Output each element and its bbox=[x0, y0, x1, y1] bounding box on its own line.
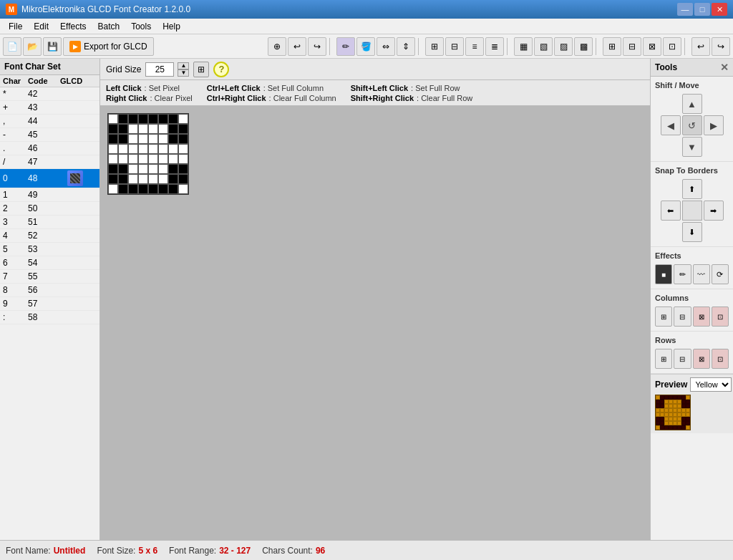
char-row[interactable]: 048 bbox=[0, 169, 99, 188]
tb-mirrorv[interactable]: ⇕ bbox=[397, 37, 415, 56]
menu-batch[interactable]: Batch bbox=[92, 20, 126, 33]
pixel-cell[interactable] bbox=[108, 134, 118, 144]
pixel-cell[interactable] bbox=[118, 144, 128, 154]
char-row[interactable]: 553 bbox=[0, 243, 99, 256]
pixel-cell[interactable] bbox=[168, 144, 178, 154]
pixel-cell[interactable] bbox=[118, 134, 128, 144]
pixel-cell[interactable] bbox=[118, 184, 128, 194]
char-row[interactable]: ,44 bbox=[0, 115, 99, 128]
char-row[interactable]: 957 bbox=[0, 297, 99, 311]
tb-redo1[interactable]: ↪ bbox=[308, 37, 326, 56]
effect-wave-btn[interactable]: 〰 bbox=[693, 264, 710, 284]
tb-rd1[interactable]: ⊠ bbox=[643, 37, 661, 56]
pixel-cell[interactable] bbox=[148, 174, 158, 184]
canvas-workspace[interactable] bbox=[100, 106, 650, 540]
pixel-cell[interactable] bbox=[128, 154, 138, 164]
pixel-cell[interactable] bbox=[138, 144, 148, 154]
pixel-cell[interactable] bbox=[168, 154, 178, 164]
col-del-left-btn[interactable]: ⊠ bbox=[693, 306, 710, 327]
pixel-cell[interactable] bbox=[168, 114, 178, 124]
shift-up-btn[interactable]: ▲ bbox=[682, 94, 702, 114]
grid-toggle-btn[interactable]: ⊞ bbox=[193, 62, 209, 77]
pixel-cell[interactable] bbox=[158, 134, 168, 144]
pixel-cell[interactable] bbox=[158, 114, 168, 124]
pixel-cell[interactable] bbox=[148, 154, 158, 164]
tb-gridl[interactable]: ⊞ bbox=[425, 37, 444, 56]
snap-left-btn[interactable]: ⬅ bbox=[661, 201, 681, 221]
effect-invert-btn[interactable]: ■ bbox=[655, 264, 672, 284]
open-btn[interactable]: 📂 bbox=[23, 37, 42, 56]
pixel-cell[interactable] bbox=[108, 164, 118, 174]
pixel-cell[interactable] bbox=[138, 114, 148, 124]
menu-file[interactable]: File bbox=[3, 20, 28, 33]
pixel-cell[interactable] bbox=[138, 184, 148, 194]
char-row[interactable]: -45 bbox=[0, 128, 99, 142]
tb-cu1[interactable]: ▦ bbox=[514, 37, 533, 56]
tb-ru1[interactable]: ⊞ bbox=[603, 37, 621, 56]
pixel-cell[interactable] bbox=[128, 184, 138, 194]
pixel-cell[interactable] bbox=[148, 184, 158, 194]
pixel-grid[interactable] bbox=[107, 113, 189, 195]
row-del-top-btn[interactable]: ⊠ bbox=[693, 349, 710, 369]
maximize-button[interactable]: □ bbox=[694, 3, 710, 16]
pixel-cell[interactable] bbox=[158, 144, 168, 154]
spin-down[interactable]: ▼ bbox=[178, 69, 189, 77]
snap-right-btn[interactable]: ➡ bbox=[704, 201, 724, 221]
menu-help[interactable]: Help bbox=[157, 20, 186, 33]
pixel-cell[interactable] bbox=[118, 114, 128, 124]
char-list[interactable]: *42+43,44-45.46/470481492503514525536547… bbox=[0, 87, 99, 540]
pixel-cell[interactable] bbox=[178, 164, 188, 174]
pixel-cell[interactable] bbox=[168, 184, 178, 194]
effect-roll-btn[interactable]: ⟳ bbox=[712, 264, 729, 284]
shift-down-btn[interactable]: ▼ bbox=[682, 137, 702, 157]
pixel-cell[interactable] bbox=[148, 124, 158, 134]
pixel-cell[interactable] bbox=[118, 154, 128, 164]
tb-cd2[interactable]: ▩ bbox=[574, 37, 593, 56]
shift-center-btn[interactable]: ↺ bbox=[682, 115, 702, 135]
pixel-cell[interactable] bbox=[158, 124, 168, 134]
char-row[interactable]: /47 bbox=[0, 155, 99, 169]
pixel-cell[interactable] bbox=[138, 164, 148, 174]
col-del-right-btn[interactable]: ⊡ bbox=[712, 306, 729, 327]
preview-color-select[interactable]: Yellow Green Blue White bbox=[690, 377, 732, 392]
pixel-cell[interactable] bbox=[168, 174, 178, 184]
pixel-cell[interactable] bbox=[108, 124, 118, 134]
pixel-cell[interactable] bbox=[168, 124, 178, 134]
effect-edit-btn[interactable]: ✏ bbox=[674, 264, 691, 284]
pixel-cell[interactable] bbox=[148, 134, 158, 144]
tb-fill[interactable]: 🪣 bbox=[356, 37, 375, 56]
pixel-cell[interactable] bbox=[108, 154, 118, 164]
shift-right-btn[interactable]: ▶ bbox=[704, 115, 724, 135]
pixel-cell[interactable] bbox=[138, 154, 148, 164]
pixel-cell[interactable] bbox=[148, 164, 158, 174]
char-row[interactable]: .46 bbox=[0, 142, 99, 155]
tb-mirrorh[interactable]: ⇔ bbox=[377, 37, 395, 56]
tb-redo2[interactable]: ↪ bbox=[712, 37, 730, 56]
pixel-cell[interactable] bbox=[108, 184, 118, 194]
pixel-cell[interactable] bbox=[178, 114, 188, 124]
snap-bottom-btn[interactable]: ⬇ bbox=[682, 222, 702, 242]
snap-top-btn[interactable]: ⬆ bbox=[682, 179, 702, 199]
tb-rd2[interactable]: ⊡ bbox=[663, 37, 681, 56]
minimize-button[interactable]: — bbox=[677, 3, 693, 16]
char-row[interactable]: 351 bbox=[0, 216, 99, 229]
tb-pen[interactable]: ✏ bbox=[336, 37, 355, 56]
row-del-bot-btn[interactable]: ⊡ bbox=[712, 349, 729, 369]
tb-cd1[interactable]: ▨ bbox=[554, 37, 573, 56]
char-row[interactable]: 856 bbox=[0, 284, 99, 297]
char-row[interactable]: 149 bbox=[0, 188, 99, 202]
tb-undo[interactable]: ↩ bbox=[288, 37, 306, 56]
tb-rl1[interactable]: ≡ bbox=[465, 37, 484, 56]
char-row[interactable]: 250 bbox=[0, 202, 99, 216]
spin-up[interactable]: ▲ bbox=[178, 62, 189, 69]
pixel-cell[interactable] bbox=[178, 154, 188, 164]
pixel-cell[interactable] bbox=[178, 144, 188, 154]
grid-size-input[interactable] bbox=[145, 62, 174, 77]
tb-ru2[interactable]: ⊟ bbox=[623, 37, 641, 56]
char-row[interactable]: 755 bbox=[0, 270, 99, 284]
pixel-cell[interactable] bbox=[108, 144, 118, 154]
new-btn[interactable]: 📄 bbox=[3, 37, 21, 56]
pixel-cell[interactable] bbox=[108, 114, 118, 124]
pixel-cell[interactable] bbox=[128, 134, 138, 144]
help-button[interactable]: ? bbox=[213, 62, 229, 77]
